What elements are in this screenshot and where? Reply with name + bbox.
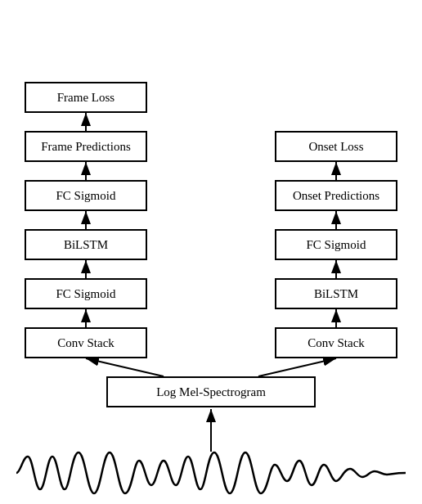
diagram: Log Mel-Spectrogram Conv Stack Conv Stac…	[0, 0, 422, 504]
fc-sigmoid-left2-node: FC Sigmoid	[25, 180, 147, 211]
log-mel-spectrogram-node: Log Mel-Spectrogram	[106, 376, 316, 407]
conv-stack-right-node: Conv Stack	[275, 327, 397, 358]
waveform-svg	[16, 448, 406, 497]
frame-loss-node: Frame Loss	[25, 82, 147, 113]
fc-sigmoid-left1-node: FC Sigmoid	[25, 278, 147, 309]
bilstm-left-node: BiLSTM	[25, 229, 147, 260]
onset-predictions-node: Onset Predictions	[275, 180, 397, 211]
svg-line-1	[86, 358, 164, 376]
conv-stack-left-node: Conv Stack	[25, 327, 147, 358]
bilstm-right-node: BiLSTM	[275, 278, 397, 309]
fc-sigmoid-right-node: FC Sigmoid	[275, 229, 397, 260]
frame-predictions-node: Frame Predictions	[25, 131, 147, 162]
onset-loss-node: Onset Loss	[275, 131, 397, 162]
svg-line-2	[258, 358, 336, 376]
